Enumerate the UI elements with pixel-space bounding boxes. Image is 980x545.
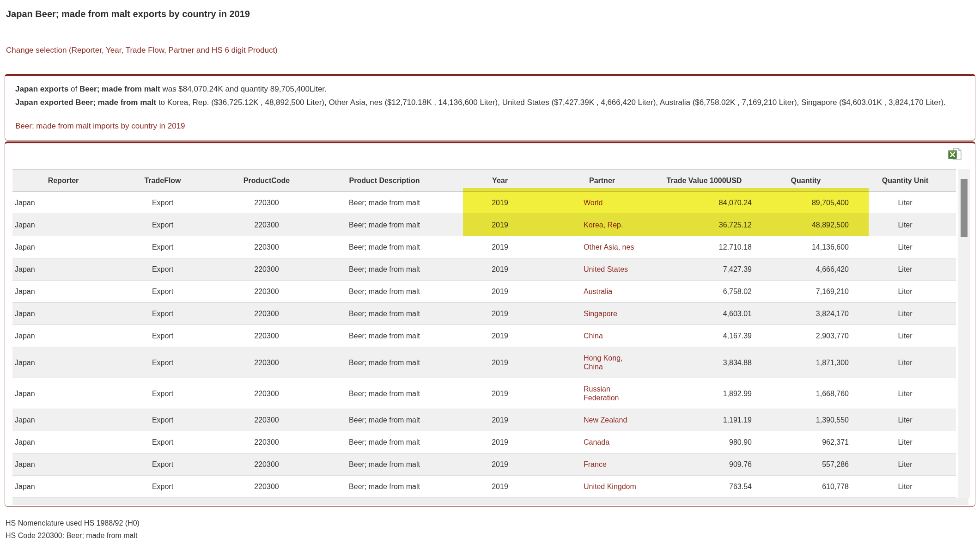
- cell-quantity-unit: Liter: [854, 347, 956, 378]
- cell-reporter: Japan: [12, 281, 114, 303]
- cell-tradeflow: Export: [114, 281, 211, 303]
- cell-product-description: Beer; made from malt: [322, 192, 447, 214]
- cell-quantity: 7,169,210: [757, 281, 854, 303]
- cell-trade-value: 3,834.88: [651, 347, 757, 378]
- cell-quantity-unit: Liter: [854, 431, 956, 453]
- column-header-reporter: Reporter: [12, 170, 114, 192]
- cell-reporter: Japan: [12, 476, 114, 498]
- cell-productcode: 220300: [211, 281, 322, 303]
- cell-quantity: 1,871,300: [757, 347, 854, 378]
- partner-link[interactable]: China: [584, 332, 603, 340]
- summary-panel: Japan exports of Beer; made from malt wa…: [5, 74, 975, 141]
- hs-footer: HS Nomenclature used HS 1988/92 (H0) HS …: [6, 517, 975, 542]
- trade-data-table: Reporter TradeFlow ProductCode Product D…: [12, 169, 956, 498]
- cell-productcode: 220300: [211, 214, 322, 236]
- change-selection-link[interactable]: Change selection (Reporter, Year, Trade …: [6, 45, 975, 55]
- hs-nomenclature-note: HS Nomenclature used HS 1988/92 (H0): [6, 517, 975, 529]
- cell-tradeflow: Export: [114, 453, 211, 476]
- cell-quantity-unit: Liter: [854, 409, 956, 431]
- cell-year: 2019: [447, 258, 553, 281]
- summary-line-2: Japan exported Beer; made from malt to K…: [15, 96, 965, 109]
- cell-tradeflow: Export: [114, 409, 211, 431]
- cell-quantity: 610,778: [757, 476, 854, 498]
- cell-product-description: Beer; made from malt: [322, 453, 447, 476]
- column-header-quantity: Quantity: [757, 170, 854, 192]
- cell-tradeflow: Export: [114, 347, 211, 378]
- table-row: Japan Export 220300 Beer; made from malt…: [12, 281, 956, 303]
- vertical-scrollbar[interactable]: [958, 169, 970, 498]
- cell-product-description: Beer; made from malt: [322, 325, 447, 347]
- summary-bold-japan-exported: Japan exported Beer; made from malt: [15, 98, 156, 107]
- cell-quantity: 89,705,400: [757, 192, 854, 214]
- cell-product-description: Beer; made from malt: [322, 258, 447, 281]
- partner-link[interactable]: RussianFederation: [584, 385, 647, 402]
- cell-quantity-unit: Liter: [854, 236, 956, 258]
- cell-productcode: 220300: [211, 325, 322, 347]
- partner-link[interactable]: Other Asia, nes: [584, 243, 634, 251]
- partner-link[interactable]: Hong Kong,China: [584, 354, 647, 371]
- partner-link[interactable]: Singapore: [584, 310, 617, 318]
- cell-trade-value: 4,167.39: [651, 325, 757, 347]
- cell-trade-value: 4,603.01: [651, 303, 757, 325]
- partner-link[interactable]: United Kingdom: [584, 483, 636, 490]
- vertical-scrollbar-thumb[interactable]: [961, 179, 968, 237]
- cell-year: 2019: [447, 453, 553, 476]
- cell-reporter: Japan: [12, 192, 114, 214]
- cell-reporter: Japan: [12, 236, 114, 258]
- cell-year: 2019: [447, 409, 553, 431]
- partner-link[interactable]: Canada: [584, 438, 609, 446]
- cell-product-description: Beer; made from malt: [322, 236, 447, 258]
- table-row: Japan Export 220300 Beer; made from malt…: [12, 258, 956, 281]
- cell-reporter: Japan: [12, 303, 114, 325]
- table-zone: Reporter TradeFlow ProductCode Product D…: [12, 169, 968, 498]
- cell-year: 2019: [447, 476, 553, 498]
- cell-quantity-unit: Liter: [854, 325, 956, 347]
- table-row: Japan Export 220300 Beer; made from malt…: [12, 347, 956, 378]
- cell-product-description: Beer; made from malt: [322, 409, 447, 431]
- cell-quantity-unit: Liter: [854, 453, 956, 476]
- partner-link[interactable]: Australia: [584, 288, 612, 295]
- cell-quantity-unit: Liter: [854, 476, 956, 498]
- partner-link[interactable]: United States: [584, 265, 628, 273]
- cell-tradeflow: Export: [114, 192, 211, 214]
- partner-link[interactable]: World: [584, 199, 603, 207]
- cell-productcode: 220300: [211, 378, 322, 409]
- cell-tradeflow: Export: [114, 214, 211, 236]
- cell-year: 2019: [447, 347, 553, 378]
- cell-partner: World: [553, 192, 651, 214]
- partner-link[interactable]: New Zealand: [584, 416, 627, 424]
- partner-link[interactable]: Korea, Rep.: [584, 221, 623, 229]
- cell-reporter: Japan: [12, 409, 114, 431]
- hs-code-note: HS Code 220300: Beer; made from malt: [6, 529, 975, 542]
- excel-export-icon[interactable]: [948, 147, 962, 161]
- column-header-trade-value: Trade Value 1000USD: [651, 170, 757, 192]
- cell-trade-value: 84,070.24: [651, 192, 757, 214]
- cell-quantity: 1,668,760: [757, 378, 854, 409]
- summary-line-1: Japan exports of Beer; made from malt wa…: [15, 82, 965, 96]
- cell-reporter: Japan: [12, 431, 114, 453]
- imports-by-country-link[interactable]: Beer; made from malt imports by country …: [15, 121, 965, 132]
- cell-partner: Canada: [553, 431, 651, 453]
- table-row: Japan Export 220300 Beer; made from malt…: [12, 453, 956, 476]
- cell-productcode: 220300: [211, 258, 322, 281]
- table-toolbar: [5, 143, 975, 169]
- cell-quantity: 1,390,550: [757, 409, 854, 431]
- cell-partner: New Zealand: [553, 409, 651, 431]
- cell-year: 2019: [447, 236, 553, 258]
- cell-productcode: 220300: [211, 409, 322, 431]
- cell-partner: France: [553, 453, 651, 476]
- horizontal-scrollbar[interactable]: [12, 498, 968, 505]
- cell-quantity: 2,903,770: [757, 325, 854, 347]
- cell-partner: Singapore: [553, 303, 651, 325]
- cell-trade-value: 12,710.18: [651, 236, 757, 258]
- cell-product-description: Beer; made from malt: [322, 378, 447, 409]
- cell-partner: Korea, Rep.: [553, 214, 651, 236]
- partner-link[interactable]: France: [584, 460, 607, 468]
- cell-reporter: Japan: [12, 378, 114, 409]
- column-header-tradeflow: TradeFlow: [114, 170, 211, 192]
- cell-partner: Other Asia, nes: [553, 236, 651, 258]
- cell-product-description: Beer; made from malt: [322, 347, 447, 378]
- cell-product-description: Beer; made from malt: [322, 281, 447, 303]
- cell-trade-value: 36,725.12: [651, 214, 757, 236]
- cell-trade-value: 763.54: [651, 476, 757, 498]
